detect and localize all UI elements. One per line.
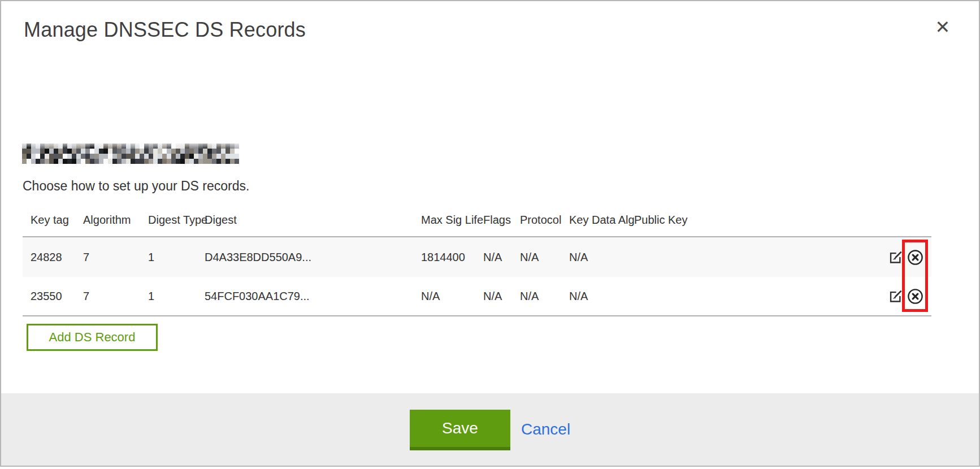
close-icon[interactable]: ✕ [931, 16, 954, 38]
dialog-footer: Save Cancel [1, 393, 979, 466]
col-header-max-sig-life: Max Sig Life [421, 214, 483, 227]
cell-digest-type: 1 [148, 290, 154, 303]
dialog-title: Manage DNSSEC DS Records [24, 18, 306, 42]
col-header-key-tag: Key tag [31, 214, 69, 227]
cell-protocol: N/A [520, 251, 539, 264]
cell-key-data-alg: N/A [569, 290, 588, 303]
col-header-digest-type: Digest Type [148, 214, 207, 227]
cell-key-tag: 24828 [31, 251, 62, 264]
col-header-algorithm: Algorithm [83, 214, 131, 227]
cell-key-tag: 23550 [31, 290, 62, 303]
edit-icon[interactable] [887, 249, 904, 266]
cell-flags: N/A [483, 290, 502, 303]
edit-icon[interactable] [887, 288, 904, 305]
row-actions [887, 288, 923, 305]
ds-record-row: 23550 7 1 54FCF030AA1C79... N/A N/A N/A … [23, 277, 931, 316]
cell-protocol: N/A [520, 290, 539, 303]
table-header-row: Key tag Algorithm Digest Type Digest Max… [23, 214, 931, 237]
col-header-protocol: Protocol [520, 214, 561, 227]
cell-digest-type: 1 [148, 251, 154, 264]
cell-max-sig-life: N/A [421, 290, 440, 303]
col-header-digest: Digest [205, 214, 237, 227]
cell-algorithm: 7 [83, 290, 89, 303]
col-header-public-key: Public Key [634, 214, 688, 227]
col-header-key-data-alg: Key Data Alg [569, 214, 635, 227]
redacted-domain-mosaic [22, 144, 239, 164]
cell-algorithm: 7 [83, 251, 89, 264]
cell-max-sig-life: 1814400 [421, 251, 465, 264]
manage-dnssec-dialog: Manage DNSSEC DS Records ✕ Choose how to… [0, 0, 980, 467]
delete-icon[interactable] [907, 288, 923, 305]
cell-flags: N/A [483, 251, 502, 264]
delete-icon[interactable] [907, 249, 923, 266]
add-ds-record-button[interactable]: Add DS Record [27, 324, 158, 351]
ds-records-table: Key tag Algorithm Digest Type Digest Max… [23, 214, 931, 316]
instruction-text: Choose how to set up your DS records. [23, 179, 249, 194]
save-button[interactable]: Save [410, 410, 510, 450]
row-actions [887, 249, 923, 266]
cell-digest: D4A33E8DD550A9... [205, 251, 311, 264]
col-header-flags: Flags [483, 214, 511, 227]
cell-key-data-alg: N/A [569, 251, 588, 264]
cancel-link[interactable]: Cancel [521, 420, 570, 438]
cell-digest: 54FCF030AA1C79... [205, 290, 310, 303]
ds-record-row: 24828 7 1 D4A33E8DD550A9... 1814400 N/A … [23, 237, 931, 277]
